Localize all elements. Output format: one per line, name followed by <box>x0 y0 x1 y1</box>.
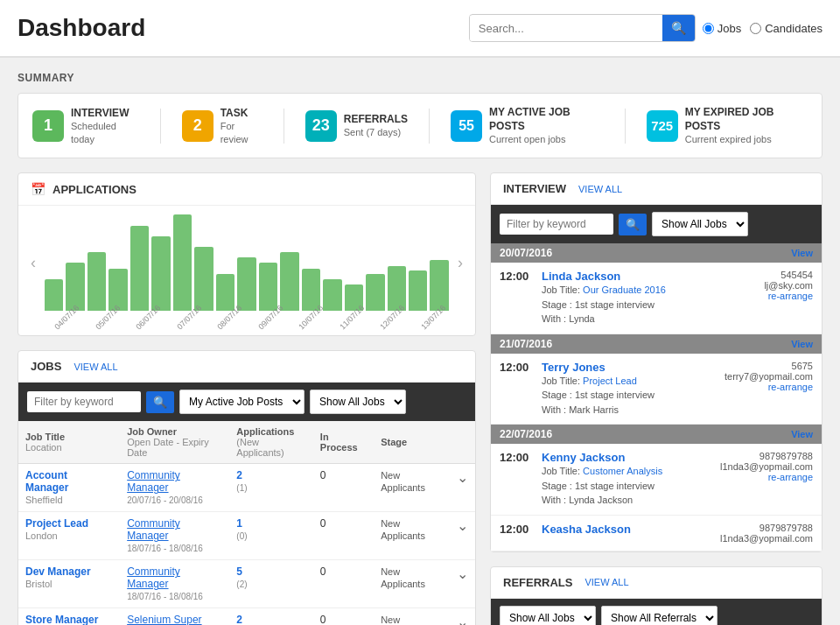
job-location: Bristol <box>25 579 52 589</box>
interview-view-link[interactable]: View <box>791 248 813 258</box>
radio-jobs-label[interactable]: Jobs <box>703 22 741 35</box>
summary-item-referrals: 23 REFERRALS Sent (7 days) <box>305 110 408 142</box>
interview-title: INTERVIEW <box>503 182 566 195</box>
interview-time: 12:00 <box>500 361 535 418</box>
job-action-cell: ⌄ <box>450 560 475 608</box>
referrals-show-all-jobs[interactable]: Show All Jobs <box>500 606 596 625</box>
interview-filter-input[interactable] <box>500 214 613 235</box>
interview-meta: 5675 terry7@yopmail.com re-arrange <box>724 361 813 418</box>
job-owner-link[interactable]: Community Manager <box>127 517 180 542</box>
job-title-link[interactable]: Account Manager <box>25 469 68 494</box>
table-row: Account Manager Sheffield Community Mana… <box>18 464 475 512</box>
jobs-table-body: Account Manager Sheffield Community Mana… <box>18 464 475 625</box>
interview-info: Job Title: Customer Analysis Stage : 1st… <box>542 464 713 508</box>
radio-candidates[interactable] <box>750 23 761 34</box>
two-column-layout: 📅 APPLICATIONS ‹ › 04/07/1605/07/1606/07… <box>18 172 822 625</box>
chart-nav-left[interactable]: ‹ <box>31 254 36 272</box>
jobs-title: JOBS <box>31 360 61 373</box>
job-chevron-button[interactable]: ⌄ <box>457 469 468 486</box>
summary-item-interview: 1 INTERVIEW Scheduled today <box>32 107 139 145</box>
applications-title: APPLICATIONS <box>52 183 136 196</box>
in-process-count: 0 <box>320 565 326 578</box>
referrals-toolbar: Show All Jobs Show All Referrals <box>491 599 822 625</box>
interview-view-link[interactable]: View <box>791 339 813 349</box>
re-arrange-link[interactable]: re-arrange <box>720 472 813 482</box>
job-action-cell: ⌄ <box>450 608 475 625</box>
summary-badge-task: 2 <box>182 110 214 142</box>
stage-text: New Applicants <box>381 470 425 493</box>
interview-phone: 545454 <box>780 270 813 280</box>
chart-bar <box>88 252 106 311</box>
referrals-view-all[interactable]: VIEW ALL <box>584 577 628 587</box>
interview-show-all-jobs[interactable]: Show All Jobs <box>652 212 748 236</box>
summary-bar: 1 INTERVIEW Scheduled today 2 TASK For r… <box>18 93 822 158</box>
jobs-filter-input[interactable] <box>27 391 141 412</box>
interview-info: Job Title: Project Lead Stage : 1st stag… <box>542 374 718 418</box>
summary-sublabel-task: For review <box>220 120 262 145</box>
job-owner-link[interactable]: Selenium Super User <box>127 614 201 625</box>
radio-jobs-text: Jobs <box>718 22 741 35</box>
table-row: Project Lead London Community Manager 18… <box>18 512 475 560</box>
interview-candidate-name[interactable]: Linda Jackson <box>542 270 757 283</box>
interview-view-link[interactable]: View <box>791 429 813 439</box>
job-chevron-button[interactable]: ⌄ <box>457 517 468 534</box>
interview-candidate-name[interactable]: Terry Jones <box>542 361 718 374</box>
job-owner-link[interactable]: Community Manager <box>127 469 180 494</box>
re-arrange-link[interactable]: re-arrange <box>724 382 813 392</box>
job-chevron-button[interactable]: ⌄ <box>457 565 468 582</box>
search-input[interactable] <box>470 16 662 41</box>
job-chevron-button[interactable]: ⌄ <box>457 614 468 625</box>
interview-date-text: 20/07/2016 <box>500 247 552 259</box>
interview-job-link[interactable]: Our Graduate 2016 <box>583 284 666 295</box>
interview-item: 12:00 Terry Jones Job Title: Project Lea… <box>491 354 822 425</box>
jobs-dropdown2[interactable]: Show All Jobs <box>310 390 406 414</box>
job-location: Sheffield <box>25 495 63 505</box>
job-owner-cell: Community Manager 20/07/16 - 20/08/16 <box>120 464 229 512</box>
interview-job-link[interactable]: Project Lead <box>583 376 637 386</box>
search-area: 🔍 Jobs Candidates <box>469 14 822 42</box>
summary-sublabel-referrals: Sent (7 days) <box>344 126 408 138</box>
search-button[interactable]: 🔍 <box>662 15 695 41</box>
re-arrange-link[interactable]: re-arrange <box>764 291 813 301</box>
interview-job-link[interactable]: Customer Analysis <box>583 466 662 476</box>
applications-card: 📅 APPLICATIONS ‹ › 04/07/1605/07/1606/07… <box>18 172 476 336</box>
chart-wrapper: ‹ › <box>31 214 463 311</box>
job-in-process-cell: 0 <box>313 464 374 512</box>
summary-badge-referrals: 23 <box>305 110 337 142</box>
jobs-table-header-row: Job TitleLocation Job OwnerOpen Date - E… <box>18 421 475 464</box>
job-apps-cell: 1 (0) <box>229 512 313 560</box>
interview-phone: 9879879788 <box>760 451 813 461</box>
in-process-count: 0 <box>320 517 326 530</box>
chart-bar <box>409 270 427 311</box>
job-title-link[interactable]: Store Manager <box>25 614 98 625</box>
job-title-cell: Dev Manager Bristol <box>18 560 120 608</box>
referrals-show-all-referrals[interactable]: Show All Referrals <box>601 606 718 625</box>
chart-nav-right[interactable]: › <box>458 254 463 272</box>
job-title-link[interactable]: Dev Manager <box>25 565 91 578</box>
interview-email: l1nda3@yopmail.com <box>720 533 813 544</box>
job-title-cell: Account Manager Sheffield <box>18 464 120 512</box>
in-process-count: 0 <box>320 614 326 625</box>
job-in-process-cell: 0 <box>313 512 374 560</box>
job-apps-cell: 5 (2) <box>229 560 313 608</box>
job-owner-link[interactable]: Community Manager <box>127 565 180 590</box>
jobs-dropdown1[interactable]: My Active Job Posts <box>179 390 304 414</box>
summary-item-expired-jobs: 725 MY EXPIRED JOB POSTS Current expired… <box>647 106 808 145</box>
radio-candidates-label[interactable]: Candidates <box>750 22 822 35</box>
interview-time: 12:00 <box>500 523 535 544</box>
interview-candidate-name[interactable]: Kenny Jackson <box>542 451 713 464</box>
summary-label-interview: INTERVIEW <box>71 107 139 121</box>
stage-text: New Applicants <box>381 518 425 541</box>
interview-candidate-name[interactable]: Keasha Jackson <box>542 523 713 536</box>
interview-email: l1nda3@yopmail.com <box>720 461 813 472</box>
interview-date-header: 22/07/2016View <box>491 425 822 444</box>
interview-date-header: 21/07/2016View <box>491 334 822 354</box>
jobs-view-all[interactable]: VIEW ALL <box>74 362 117 372</box>
radio-jobs[interactable] <box>703 23 714 34</box>
interview-filter-button[interactable]: 🔍 <box>619 214 647 235</box>
right-column: INTERVIEW VIEW ALL 🔍 Show All Jobs 20/07… <box>490 172 822 625</box>
job-title-link[interactable]: Project Lead <box>25 517 88 530</box>
job-title-cell: Project Lead London <box>18 512 120 560</box>
interview-view-all[interactable]: VIEW ALL <box>578 184 622 194</box>
jobs-filter-button[interactable]: 🔍 <box>146 391 174 413</box>
